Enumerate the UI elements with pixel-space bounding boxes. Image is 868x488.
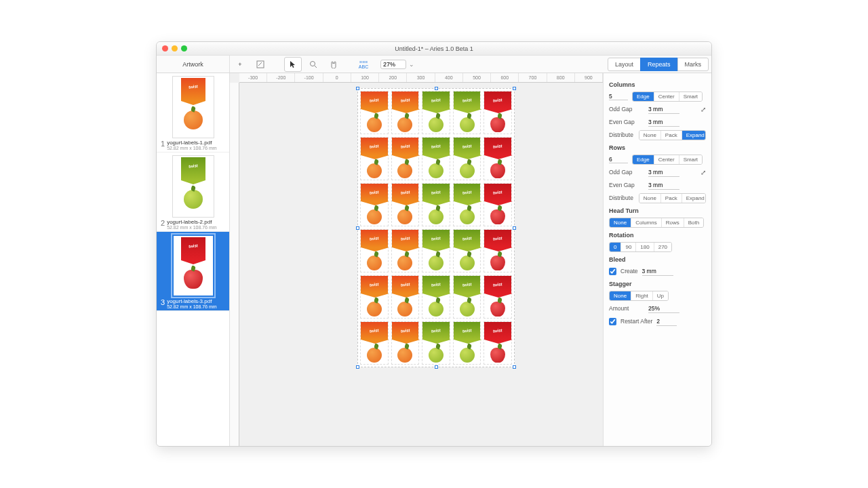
link-icon[interactable]: ⤢	[701, 106, 706, 113]
columns-dist-seg-opt[interactable]: Expand	[682, 131, 706, 140]
headturn-seg-opt[interactable]: Both	[684, 218, 703, 227]
zoom-icon[interactable]	[181, 45, 187, 52]
handle-icon[interactable]	[513, 226, 516, 230]
handle-icon[interactable]	[513, 365, 516, 369]
label-cell[interactable]: twist	[391, 275, 420, 319]
label-cell[interactable]: twist	[422, 183, 450, 226]
handle-icon[interactable]	[356, 87, 359, 90]
stagger-seg-opt[interactable]: None	[610, 291, 631, 300]
artwork-item[interactable]: twist 2 yogurt-labels-2.pdf 52.82 mm x 1…	[157, 152, 229, 232]
stagger-seg-opt[interactable]: Up	[653, 291, 668, 300]
stagger-restart-input[interactable]	[656, 317, 677, 326]
label-cell[interactable]: twist	[484, 91, 512, 134]
headturn-seg-opt[interactable]: Columns	[631, 218, 662, 227]
label-cell[interactable]: twist	[484, 137, 512, 180]
link-icon[interactable]: ⤢	[701, 169, 706, 176]
tab-layout[interactable]: Layout	[608, 58, 641, 71]
rotation-seg-opt[interactable]: 270	[654, 243, 671, 251]
rows-dist-seg-opt[interactable]: None	[639, 194, 661, 203]
magnifier-tool-icon[interactable]	[304, 57, 322, 72]
label-cell[interactable]: twist	[453, 229, 481, 272]
columns-odd-gap-input[interactable]	[648, 105, 679, 114]
columns-dist-seg-opt[interactable]: None	[639, 131, 661, 140]
label-cell[interactable]: twist	[453, 137, 481, 180]
minimize-icon[interactable]	[172, 45, 178, 52]
pointer-tool-icon[interactable]	[284, 57, 302, 72]
bleed-value-input[interactable]	[642, 267, 673, 276]
rotation-seg-opt[interactable]: 180	[636, 243, 654, 251]
handle-icon[interactable]	[356, 365, 359, 369]
headturn-seg-opt[interactable]: Rows	[662, 218, 684, 227]
fruit-icon	[460, 256, 475, 270]
canvas[interactable]: -300-200-1000100200300400500600700800900…	[230, 73, 603, 446]
rows-even-gap-input[interactable]	[648, 181, 679, 190]
label-cell[interactable]: twist	[453, 91, 481, 134]
label-cell[interactable]: twist	[484, 275, 512, 319]
label-cell[interactable]: twist	[453, 183, 481, 226]
handle-icon[interactable]	[513, 87, 516, 90]
label-cell[interactable]: twist	[360, 321, 389, 365]
close-icon[interactable]	[162, 45, 168, 52]
rows-mode-seg-opt[interactable]: Center	[654, 155, 679, 164]
stagger-seg-opt[interactable]: Right	[631, 291, 653, 300]
label-cell[interactable]: twist	[422, 137, 450, 180]
stagger-amount-input[interactable]	[648, 304, 679, 313]
even-gap-label: Even Gap	[609, 119, 644, 125]
columns-dist-seg-opt[interactable]: Pack	[661, 131, 682, 140]
add-button[interactable]: +	[231, 57, 249, 72]
label-cell[interactable]: twist	[422, 275, 450, 319]
fruit-icon	[397, 302, 412, 317]
headturn-seg-opt[interactable]: None	[610, 218, 631, 227]
label-cell[interactable]: twist	[484, 321, 512, 365]
hand-tool-icon[interactable]	[325, 57, 342, 72]
artwork-item[interactable]: twist 1 yogurt-labels-1.pdf 52.82 mm x 1…	[157, 73, 229, 152]
artwork-item[interactable]: twist 3 yogurt-labels-3.pdf 52.82 mm x 1…	[157, 232, 229, 311]
rows-count-input[interactable]	[609, 156, 628, 163]
zoom-input[interactable]	[380, 60, 406, 69]
tab-repeats[interactable]: Repeats	[640, 58, 678, 71]
rotation-seg-opt[interactable]: 0	[610, 243, 621, 251]
label-cell[interactable]: twist	[391, 91, 420, 134]
label-cell[interactable]: twist	[391, 321, 420, 365]
edit-icon[interactable]	[252, 57, 269, 72]
handle-icon[interactable]	[435, 87, 438, 90]
stagger-restart-checkbox[interactable]	[609, 318, 616, 325]
rows-mode-seg: EdgeCenterSmart	[632, 155, 703, 165]
stagger-restart-label: Restart After	[620, 318, 652, 325]
label-cell[interactable]: twist	[360, 275, 389, 319]
sidebar-header: Artwork	[157, 56, 230, 73]
label-cell[interactable]: twist	[391, 229, 420, 272]
label-cell[interactable]: twist	[360, 91, 389, 134]
layout-sheet[interactable]: twisttwisttwisttwisttwisttwisttwisttwist…	[357, 88, 515, 367]
columns-mode-seg-opt[interactable]: Edge	[633, 92, 654, 101]
label-cell[interactable]: twist	[360, 137, 389, 180]
rotation-seg-opt[interactable]: 90	[621, 243, 636, 251]
rows-mode-seg-opt[interactable]: Edge	[633, 155, 654, 164]
label-cell[interactable]: twist	[453, 321, 481, 365]
ruler-tick: -200	[267, 73, 295, 82]
label-cell[interactable]: twist	[453, 275, 481, 319]
label-cell[interactable]: twist	[391, 183, 420, 226]
columns-count-input[interactable]	[609, 93, 628, 100]
label-cell[interactable]: twist	[360, 183, 389, 226]
label-cell[interactable]: twist	[484, 229, 512, 272]
rows-dist-seg-opt[interactable]: Expand	[682, 194, 706, 203]
handle-icon[interactable]	[356, 226, 359, 230]
rows-odd-gap-input[interactable]	[648, 168, 679, 177]
label-cell[interactable]: twist	[360, 229, 389, 272]
columns-mode-seg-opt[interactable]: Smart	[679, 92, 702, 101]
label-cell[interactable]: twist	[422, 91, 450, 134]
abc-view-icon[interactable]: ≡≡≡ABC	[355, 57, 372, 72]
columns-mode-seg-opt[interactable]: Center	[654, 92, 679, 101]
rows-mode-seg-opt[interactable]: Smart	[679, 155, 702, 164]
rows-dist-seg-opt[interactable]: Pack	[661, 194, 682, 203]
label-cell[interactable]: twist	[391, 137, 420, 180]
label-cell[interactable]: twist	[484, 183, 512, 226]
columns-even-gap-input[interactable]	[648, 118, 679, 127]
label-cell[interactable]: twist	[422, 321, 450, 365]
tab-marks[interactable]: Marks	[677, 58, 709, 71]
bleed-create-checkbox[interactable]	[609, 268, 616, 275]
label-cell[interactable]: twist	[422, 229, 450, 272]
zoom-dropdown-icon[interactable]: ⌄	[409, 61, 414, 68]
handle-icon[interactable]	[435, 365, 438, 369]
